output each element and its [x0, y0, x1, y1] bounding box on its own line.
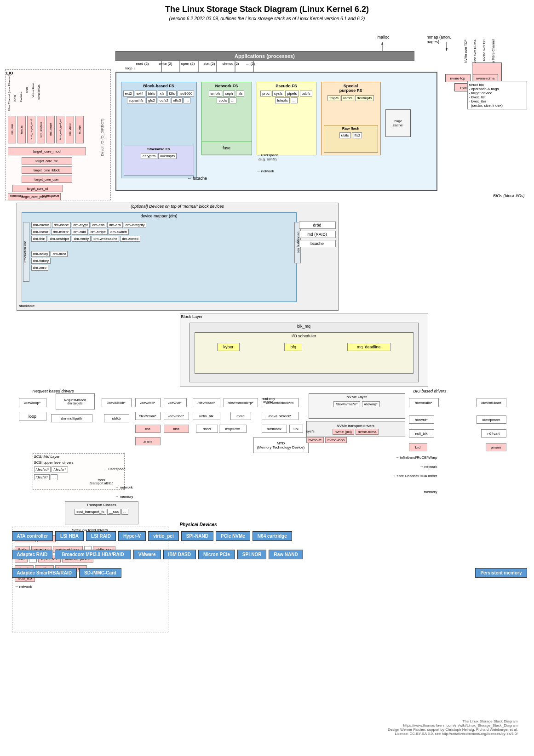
memory-mid-label: → memory	[115, 495, 133, 499]
ext2-box: ext2	[123, 91, 134, 97]
ib-srpt-box: ib_srpt	[75, 116, 84, 143]
userspace-vfs-label: → userspace (e.g. sshfs)	[257, 153, 278, 161]
dm-stripe-box: dm-stripe	[89, 229, 108, 235]
virtio-pci-box: virtio_pci	[148, 531, 178, 541]
write-label: write (2)	[159, 62, 172, 66]
sbp-target-box: sbp_target	[46, 116, 55, 143]
kyber-box: kyber	[217, 343, 239, 351]
nbd-box: nbd	[164, 425, 189, 433]
md-raid-box: md (RAID)	[299, 231, 336, 238]
futexfs-box: futexfs	[275, 97, 290, 103]
pseudo-fs-section: Pseudo FS proc sysfs pipefs usbfs futexf…	[257, 82, 316, 155]
request-based-drivers-label: Request based drivers	[33, 389, 74, 393]
mmap-label: mmap (anon.pages)	[426, 35, 451, 44]
userspace-mid-label: ← userspace	[104, 467, 126, 471]
stackable-label: stackable	[19, 304, 35, 308]
tcm-loop-box: tcm_loop	[8, 116, 16, 143]
dev-ng-box: /dev/ng*	[362, 401, 380, 407]
nvme-transport-section: NVMe transport drivers nvme (pci) nvme-r…	[306, 421, 405, 437]
dm-dust-box: dm-dust	[51, 251, 68, 257]
ecryptfs-box: ecryptfs	[141, 153, 157, 159]
block-based-fs-section: Block-based FS ext2 ext4 btrfs xfs f2fs …	[121, 82, 197, 178]
dots-transport-box: ...	[121, 509, 128, 515]
nvme-tcp-label: NVMe over TCP	[464, 40, 467, 63]
iso9660-box: iso9660	[178, 91, 194, 97]
scsi-mid-layer-label: SCSI Mid Layer	[33, 454, 124, 460]
broadcom-mpi-box: Broadcom MPI3.0 HBA/RAID	[55, 550, 131, 559]
production-use-label: Production use	[23, 222, 29, 282]
blk-mq-label: blk_mq	[190, 323, 418, 330]
footer: The Linux Storage Stack Diagram https://…	[388, 719, 527, 736]
dev-nvme-box: /dev/nvme*n*	[333, 401, 360, 407]
struct-bio-box: struct bio - operation & flags - target …	[467, 81, 527, 109]
malloc-label: malloc	[378, 35, 390, 40]
dev-nbd-box: /dev/nbd*	[164, 412, 189, 420]
scsi-rdma-label: SCSI RDMA	[38, 74, 40, 100]
overlayfs-box: overlayfs	[158, 153, 177, 159]
vfs-container: Block-based FS ext2 ext4 btrfs xfs f2fs …	[115, 72, 437, 191]
adaptec-raid-box: Adaptec RAID	[12, 550, 53, 559]
nvme-transport-label: NVMe transport drivers	[337, 424, 374, 428]
nvme-tcp-box: nvme-tcp	[445, 74, 471, 82]
dev-nullb-box: /dev/nullb*	[409, 398, 439, 407]
memory-nvme-label: memory	[424, 490, 437, 494]
sysfs-nvme-label: sysfs	[306, 429, 315, 433]
adaptec-smarthba-box: Adaptec SmartHBA/RAID	[12, 568, 77, 578]
dev-dasd-box: /dev/dasd*	[193, 398, 220, 407]
dm-flakey-box: dm-flakey	[31, 258, 51, 264]
network-fs-label: Network FS	[202, 82, 252, 90]
footer-line1: The Linux Storage Stack Diagram	[388, 719, 518, 723]
lsi-hba-box: LSI HBA	[55, 531, 84, 541]
special-fs-label: Specialpurpose FS	[322, 82, 380, 94]
fibre-ch-label: Fibre Channel (over Ethernet)	[8, 74, 11, 111]
nvme-rdma-label: NVMe over RDMA	[473, 40, 477, 66]
sysfs-transport-label: sysfs(transport attrib.)	[81, 478, 122, 485]
dots-pseudo-box: ...	[291, 97, 298, 103]
dm-clone-box: dm-clone	[52, 222, 71, 228]
dm-delay-box: dm-delay	[31, 251, 50, 257]
readonly-label: read-onlyaccess	[262, 397, 275, 404]
devtmpfs-box: devtmpfs	[355, 95, 373, 101]
dm-integrity-box: dm-integrity	[124, 222, 147, 228]
io-scheduler-label: I/O scheduler	[195, 333, 413, 339]
spi-nand-box: SPI-NAND	[181, 531, 213, 541]
dm-writecache-box: dm-writecache	[92, 236, 119, 242]
sas-box: __sas	[107, 509, 121, 515]
fuse-box: fuse	[201, 142, 252, 154]
dev-rbd-box: /dev/rbd*	[135, 398, 161, 407]
firewire-label: FireWire	[20, 74, 23, 102]
raw-flash-label: Raw flash	[324, 125, 378, 131]
mtip32xx-box: mtip32xx	[219, 425, 247, 433]
target-core-file-box: target_core_file	[22, 157, 72, 165]
virtual-host-label: Virtual Host	[32, 74, 34, 97]
dm-ebs-box: dm-ebs	[91, 222, 107, 228]
dots-box1: ...	[184, 97, 190, 103]
lio-section: LIO Fibre Channel (over Ethernet) iSCSI …	[5, 69, 111, 200]
mtdblock-box: mtdblock	[262, 425, 287, 433]
sd-mmc-box: SD-/MMC-Card	[79, 568, 121, 578]
pcie-nvme-box: PCIe NVMe	[216, 531, 250, 541]
stackable-fs-label: Stackable FS	[124, 146, 194, 152]
bcache-box: bcache	[299, 240, 336, 247]
device-mapper-section: device mapper (dm) Production use dm-cac…	[22, 212, 297, 302]
n64cart-box: n64cart	[481, 429, 506, 438]
lsi-raid-box: LSI RAID	[86, 531, 116, 541]
fibre-channel-hba-label: → fibre Channel HBA driver	[392, 474, 437, 478]
scsi-upper-label: SCSI upper level drivers	[33, 460, 124, 466]
ata-controller-box: ATA controller	[12, 531, 53, 541]
ntfs3-box: ntfs3	[171, 97, 183, 103]
dm-linear-box: dm-linear	[31, 229, 50, 235]
userspace-label-lio: userspace	[42, 193, 59, 198]
page-title: The Linux Storage Stack Diagram (Linux K…	[5, 5, 529, 14]
transport-classes-label: Transport Classes	[65, 502, 138, 508]
ubi-box: ubi	[289, 425, 303, 433]
diagram: mmap (anon.pages) malloc Applications (p…	[5, 26, 529, 738]
bfq-box: bfq	[284, 343, 302, 351]
pseudo-fs-label: Pseudo FS	[257, 82, 316, 90]
network-mid-label: → network	[115, 485, 133, 489]
virtio-blk-box: virtio_blk	[193, 412, 220, 420]
dasd-box: dasd	[196, 425, 218, 433]
network-nvme-label: → network	[419, 465, 437, 469]
brd-box: brd	[409, 443, 427, 451]
open-label: open (2)	[181, 62, 195, 66]
